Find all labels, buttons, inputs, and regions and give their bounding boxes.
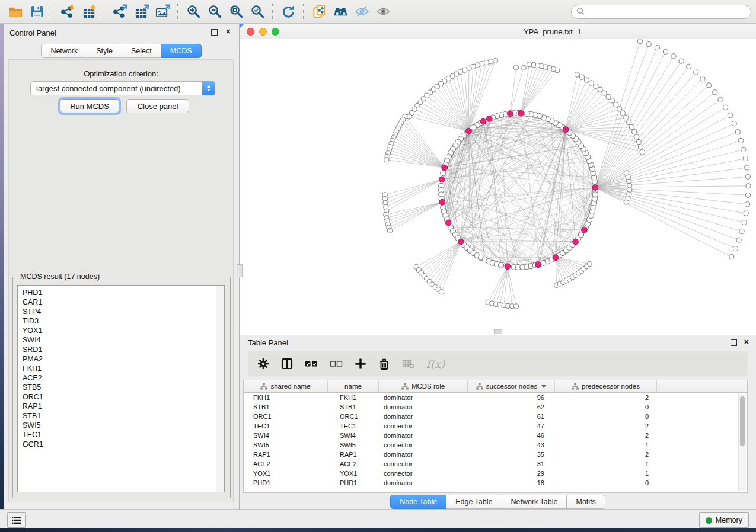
zoom-fit-button[interactable] xyxy=(225,2,247,21)
float-panel-icon[interactable] xyxy=(211,29,218,36)
mcds-result-item[interactable]: SWI4 xyxy=(18,335,224,345)
mcds-result-item[interactable]: GCR1 xyxy=(18,440,224,449)
export-network-button[interactable] xyxy=(109,2,130,21)
tab-network[interactable]: Network xyxy=(41,44,87,58)
window-maximize-icon[interactable] xyxy=(272,28,279,36)
mcds-result-item[interactable]: TID3 xyxy=(18,316,224,326)
mcds-result-item[interactable]: STB1 xyxy=(18,411,224,421)
table-row[interactable]: SWI5SWI5connector431 xyxy=(244,440,747,450)
find-button[interactable] xyxy=(330,2,351,21)
delete-column-icon[interactable] xyxy=(378,358,390,370)
tab-motifs[interactable]: Motifs xyxy=(567,495,605,509)
mcds-result-item[interactable]: SWI5 xyxy=(18,421,224,430)
cell-mcds-role: dominator xyxy=(379,478,468,488)
open-session-button[interactable] xyxy=(5,2,26,21)
mcds-result-item[interactable]: PMA2 xyxy=(18,354,224,364)
mcds-result-item[interactable]: CAR1 xyxy=(18,297,224,307)
cell-mcds-role: connector xyxy=(379,440,468,450)
optimization-criterion-value: largest connected component (undirected) xyxy=(36,84,181,93)
save-session-button[interactable] xyxy=(26,2,47,21)
cell-name: ORC1 xyxy=(328,412,379,421)
settings-gear-icon[interactable] xyxy=(257,358,269,370)
mcds-result-item[interactable]: STB5 xyxy=(18,383,224,392)
memory-button[interactable]: Memory xyxy=(699,512,749,528)
mcds-result-item[interactable]: ACE2 xyxy=(18,373,224,383)
mcds-tab-content: Optimization criterion: largest connecte… xyxy=(8,59,234,502)
table-row[interactable]: TEC1TEC1connector472 xyxy=(244,421,747,431)
mcds-list-scrollbar[interactable] xyxy=(216,286,224,492)
close-panel-button[interactable]: Close panel xyxy=(126,99,189,113)
mcds-result-item[interactable]: ORC1 xyxy=(18,392,224,402)
mcds-result-item[interactable]: SRD1 xyxy=(18,345,224,354)
optimization-criterion-select[interactable]: largest connected component (undirected) xyxy=(30,81,215,95)
column-header-predecessor-nodes[interactable]: predecessor nodes xyxy=(555,380,657,392)
table-row[interactable]: PHD1PHD1dominator180 xyxy=(244,478,747,488)
table-row[interactable]: YOX1YOX1connector291 xyxy=(244,469,747,478)
close-table-panel-icon[interactable]: × xyxy=(744,339,749,345)
vertical-splitter-handle[interactable] xyxy=(237,264,243,277)
column-header-name[interactable]: name xyxy=(328,380,379,392)
cell-shared-name: SWI4 xyxy=(244,431,328,440)
cell-predecessor-nodes: 2 xyxy=(555,431,657,440)
tab-mcds[interactable]: MCDS xyxy=(161,44,202,58)
window-minimize-icon[interactable] xyxy=(259,28,267,36)
cell-name: STB1 xyxy=(328,402,379,412)
tab-edge-table[interactable]: Edge Table xyxy=(446,495,502,509)
mcds-result-item[interactable]: STP4 xyxy=(18,307,224,316)
cell-successor-nodes: 47 xyxy=(468,421,555,431)
horizontal-splitter-handle[interactable] xyxy=(494,329,502,334)
table-row[interactable]: ORC1ORC1dominator610 xyxy=(244,412,747,421)
mcds-result-item[interactable]: TEC1 xyxy=(18,430,224,440)
zoom-selected-button[interactable] xyxy=(247,2,268,21)
table-row[interactable]: SWI4SWI4dominator462 xyxy=(244,431,747,440)
duplicate-network-button[interactable] xyxy=(308,2,330,21)
show-columns-icon[interactable] xyxy=(281,358,293,370)
close-panel-icon[interactable]: × xyxy=(226,28,231,34)
deselect-all-icon[interactable] xyxy=(330,358,343,370)
network-leaf-nodes[interactable] xyxy=(382,39,751,309)
zoom-out-button[interactable] xyxy=(204,2,225,21)
tab-node-table[interactable]: Node Table xyxy=(390,495,446,509)
task-history-button[interactable] xyxy=(7,512,26,528)
show-all-button[interactable] xyxy=(372,2,394,21)
run-mcds-button[interactable]: Run MCDS xyxy=(60,99,119,113)
cell-mcds-role: dominator xyxy=(379,402,468,412)
column-menu-icon[interactable] xyxy=(541,385,546,388)
tab-style[interactable]: Style xyxy=(87,44,122,58)
network-canvas[interactable] xyxy=(240,39,755,334)
mcds-result-item[interactable]: RAP1 xyxy=(18,402,224,411)
cell-name: ACE2 xyxy=(328,459,379,469)
cell-name: YOX1 xyxy=(328,469,379,478)
column-header-successor-nodes[interactable]: successor nodes xyxy=(468,380,555,392)
cell-shared-name: YOX1 xyxy=(244,469,328,478)
table-row[interactable]: FKH1FKH1dominator962 xyxy=(244,393,747,402)
table-scrollbar[interactable] xyxy=(738,394,746,491)
tab-select[interactable]: Select xyxy=(122,44,161,58)
table-row[interactable]: STB1STB1dominator620 xyxy=(244,402,747,412)
toolbar-separator xyxy=(303,4,304,20)
mcds-result-item[interactable]: PHD1 xyxy=(18,288,224,297)
window-close-icon[interactable] xyxy=(247,28,254,36)
export-image-button[interactable] xyxy=(152,2,173,21)
mcds-result-item[interactable]: YOX1 xyxy=(18,326,224,335)
column-header-MCDS-role[interactable]: MCDS role xyxy=(379,380,468,392)
export-table-button[interactable] xyxy=(130,2,152,21)
mcds-result-item[interactable]: FKH1 xyxy=(18,364,224,373)
import-network-button[interactable] xyxy=(57,2,78,21)
float-table-panel-icon[interactable] xyxy=(731,339,737,346)
add-column-icon[interactable] xyxy=(355,358,366,370)
search-input[interactable] xyxy=(571,5,751,19)
import-table-button[interactable] xyxy=(78,2,100,21)
zoom-in-button[interactable] xyxy=(183,2,204,21)
tab-network-table[interactable]: Network Table xyxy=(502,495,567,509)
column-header-shared-name[interactable]: shared name xyxy=(244,380,328,392)
table-scrollbar-thumb[interactable] xyxy=(740,396,745,446)
column-label: MCDS role xyxy=(412,383,445,390)
refresh-view-button[interactable] xyxy=(277,2,299,21)
table-row[interactable]: RAP1RAP1dominator352 xyxy=(244,450,747,459)
cell-shared-name: RAP1 xyxy=(244,450,328,459)
table-row[interactable]: ACE2ACE2connector311 xyxy=(244,459,747,469)
hide-selected-button[interactable] xyxy=(351,2,372,21)
toolbar-separator xyxy=(52,4,53,20)
select-all-icon[interactable] xyxy=(305,358,318,370)
